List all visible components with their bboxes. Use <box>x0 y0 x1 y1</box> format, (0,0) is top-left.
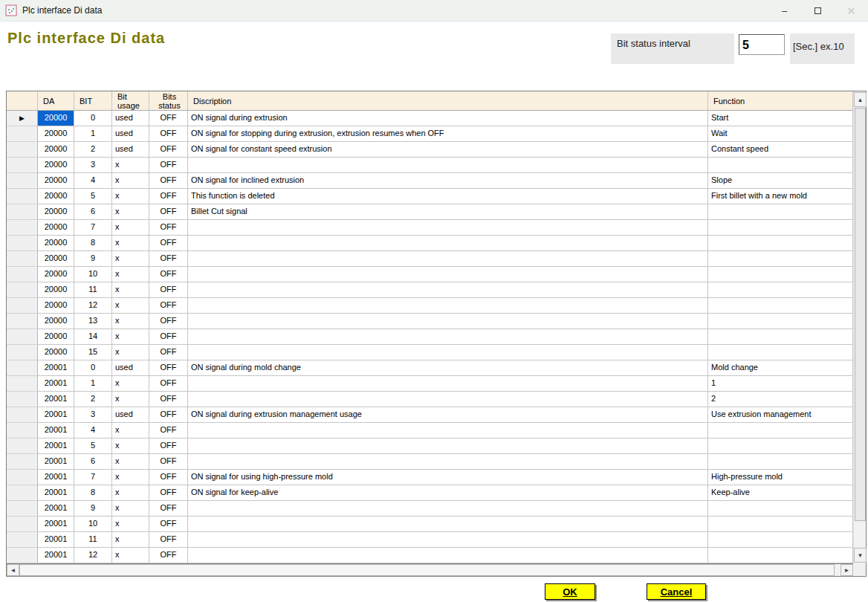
cell-usage[interactable]: x <box>112 501 149 517</box>
cell-da[interactable]: 20000 <box>38 126 74 142</box>
cell-usage[interactable]: x <box>112 329 149 345</box>
cell-status[interactable]: OFF <box>149 251 188 267</box>
cell-description[interactable]: ON signal for using high-pressure mold <box>188 470 708 485</box>
cell-description[interactable]: ON signal for keep-alive <box>188 485 708 501</box>
cell-usage[interactable]: x <box>112 189 149 204</box>
cell-da[interactable]: 20000 <box>38 282 74 298</box>
cell-function[interactable]: Keep-alive <box>708 485 853 501</box>
row-selector[interactable] <box>7 345 38 360</box>
cell-description[interactable] <box>188 532 708 548</box>
table-row[interactable]: 2000110xOFF <box>7 517 853 532</box>
table-row[interactable]: ▶200000usedOFFON signal during extrusion… <box>7 111 853 126</box>
cell-description[interactable] <box>188 454 708 470</box>
column-header-function[interactable]: Function <box>708 91 853 111</box>
table-row[interactable]: 200004xOFFON signal for inclined extrusi… <box>7 173 853 189</box>
cell-function[interactable]: 2 <box>708 392 853 407</box>
row-selector[interactable] <box>7 251 38 267</box>
cell-da[interactable]: 20000 <box>38 329 74 345</box>
row-selector[interactable] <box>7 407 38 423</box>
table-row[interactable]: 200008xOFF <box>7 236 853 251</box>
cell-status[interactable]: OFF <box>149 376 188 392</box>
row-selector[interactable] <box>7 485 38 501</box>
cell-description[interactable]: ON signal during mold change <box>188 360 708 376</box>
cell-bit[interactable]: 4 <box>74 423 112 438</box>
row-selector[interactable] <box>7 360 38 376</box>
cell-description[interactable] <box>188 345 708 360</box>
cell-function[interactable]: High-pressure mold <box>708 470 853 485</box>
cell-function[interactable] <box>708 220 853 236</box>
cell-usage[interactable]: x <box>112 517 149 532</box>
cell-function[interactable] <box>708 454 853 470</box>
cell-da[interactable]: 20001 <box>38 392 74 407</box>
row-selector[interactable] <box>7 282 38 298</box>
cell-description[interactable]: ON signal for inclined extrusion <box>188 173 708 189</box>
cell-da[interactable]: 20000 <box>38 251 74 267</box>
cell-description[interactable] <box>188 392 708 407</box>
table-row[interactable]: 200012xOFF2 <box>7 392 853 407</box>
row-selector[interactable] <box>7 423 38 438</box>
cell-description[interactable]: This function is deleted <box>188 189 708 204</box>
cell-description[interactable] <box>188 282 708 298</box>
cell-status[interactable]: OFF <box>149 470 188 485</box>
horizontal-scrollbar-thumb[interactable] <box>19 564 835 576</box>
cell-description[interactable]: ON signal for constant speed extrusion <box>188 142 708 158</box>
cell-function[interactable] <box>708 251 853 267</box>
cell-description[interactable]: ON signal during extrusion <box>188 111 708 126</box>
cell-status[interactable]: OFF <box>149 423 188 438</box>
cell-bit[interactable]: 0 <box>74 360 112 376</box>
table-row[interactable]: 200006xOFFBillet Cut signal <box>7 204 853 220</box>
scroll-left-icon[interactable]: ◄ <box>7 564 19 576</box>
table-row[interactable]: 2000013xOFF <box>7 314 853 329</box>
table-row[interactable]: 200014xOFF <box>7 423 853 438</box>
row-selector[interactable] <box>7 204 38 220</box>
row-selector[interactable] <box>7 189 38 204</box>
cell-function[interactable]: Wait <box>708 126 853 142</box>
cell-status[interactable]: OFF <box>149 142 188 158</box>
cell-usage[interactable]: x <box>112 548 149 563</box>
cell-status[interactable]: OFF <box>149 392 188 407</box>
cell-usage[interactable]: x <box>112 345 149 360</box>
cell-function[interactable] <box>708 438 853 454</box>
cell-usage[interactable]: x <box>112 454 149 470</box>
close-button[interactable]: ✕ <box>835 0 868 22</box>
cell-status[interactable]: OFF <box>149 454 188 470</box>
cell-da[interactable]: 20001 <box>38 517 74 532</box>
cell-da[interactable]: 20001 <box>38 423 74 438</box>
cell-bit[interactable]: 5 <box>74 438 112 454</box>
cell-function[interactable] <box>708 236 853 251</box>
row-selector[interactable] <box>7 142 38 158</box>
table-row[interactable]: 2000111xOFF <box>7 532 853 548</box>
cell-bit[interactable]: 9 <box>74 251 112 267</box>
row-selector[interactable] <box>7 173 38 189</box>
column-header-bits-status[interactable]: Bits status <box>149 91 188 111</box>
cell-function[interactable]: Slope <box>708 173 853 189</box>
cell-usage[interactable]: x <box>112 173 149 189</box>
cell-usage[interactable]: used <box>112 142 149 158</box>
cell-da[interactable]: 20000 <box>38 158 74 173</box>
cell-status[interactable]: OFF <box>149 360 188 376</box>
cell-usage[interactable]: x <box>112 282 149 298</box>
cell-bit[interactable]: 10 <box>74 517 112 532</box>
cell-usage[interactable]: x <box>112 392 149 407</box>
cell-da[interactable]: 20001 <box>38 548 74 563</box>
cell-bit[interactable]: 15 <box>74 345 112 360</box>
cell-bit[interactable]: 9 <box>74 501 112 517</box>
table-row[interactable]: 200016xOFF <box>7 454 853 470</box>
cell-status[interactable]: OFF <box>149 485 188 501</box>
cell-bit[interactable]: 12 <box>74 298 112 314</box>
cell-da[interactable]: 20001 <box>38 485 74 501</box>
cell-description[interactable] <box>188 423 708 438</box>
cell-da[interactable]: 20001 <box>38 407 74 423</box>
column-header-da[interactable]: DA <box>38 91 74 111</box>
cell-usage[interactable]: x <box>112 251 149 267</box>
table-row[interactable]: 2000010xOFF <box>7 267 853 282</box>
cell-usage[interactable]: used <box>112 407 149 423</box>
table-row[interactable]: 200019xOFF <box>7 501 853 517</box>
row-selector[interactable] <box>7 532 38 548</box>
cell-da[interactable]: 20000 <box>38 236 74 251</box>
row-selector[interactable] <box>7 438 38 454</box>
cell-bit[interactable]: 1 <box>74 376 112 392</box>
cell-usage[interactable]: x <box>112 267 149 282</box>
scroll-down-icon[interactable]: ▼ <box>854 548 867 563</box>
cell-da[interactable]: 20001 <box>38 501 74 517</box>
